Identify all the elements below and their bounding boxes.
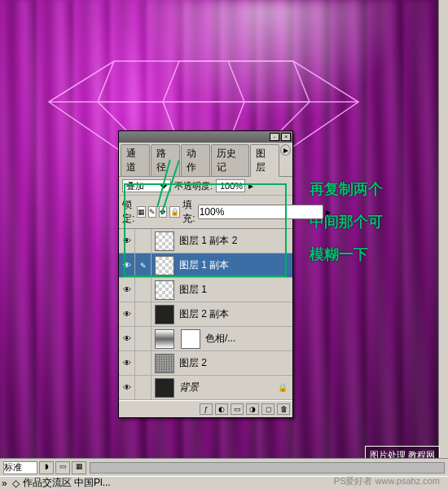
fill-arrow-icon[interactable]: ▸ [326, 206, 331, 218]
layer-thumbnail[interactable] [155, 329, 174, 349]
layer-name[interactable]: 背景 [178, 381, 273, 394]
link-cell[interactable] [135, 229, 152, 253]
fill-input[interactable] [198, 205, 323, 219]
layer-name[interactable]: 图层 1 副本 [178, 258, 292, 272]
vertical-scrollbar[interactable] [438, 0, 448, 458]
visibility-icon[interactable]: 👁 [119, 376, 135, 400]
link-cell[interactable] [135, 376, 152, 400]
annotation-1: 再复制两个 [310, 179, 383, 199]
blend-options-row: 叠加 不透明度: ▸ [119, 177, 292, 196]
layer-name[interactable]: 图层 1 [178, 283, 292, 297]
tab-channels[interactable]: 通道 [121, 144, 150, 176]
tab-actions[interactable]: 动作 [181, 144, 210, 176]
visibility-icon[interactable]: 👁 [119, 351, 135, 376]
layer-row[interactable]: 👁背景🔒 [119, 376, 292, 400]
panel-tabs: 通道 路径 动作 历史记 图层 ▸ [119, 143, 292, 177]
layer-row[interactable]: 👁色相/... [119, 327, 292, 351]
layer-row[interactable]: 👁图层 1 [119, 278, 292, 302]
layer-thumbnail[interactable] [155, 305, 174, 324]
tab-history[interactable]: 历史记 [211, 144, 249, 176]
panel-menu-icon[interactable]: ▸ [280, 144, 291, 156]
status-track[interactable] [90, 462, 445, 474]
layer-mask-icon[interactable]: ◐ [215, 403, 228, 415]
new-set-icon[interactable]: ▭ [231, 403, 244, 415]
zoom-input[interactable] [3, 461, 37, 474]
layer-thumbnail[interactable] [155, 231, 174, 251]
visibility-icon[interactable]: 👁 [119, 278, 135, 302]
link-cell[interactable] [135, 302, 152, 327]
taskbar-doc-icon[interactable]: ◇ [12, 478, 20, 489]
adjustment-layer-icon[interactable]: ◑ [246, 403, 259, 415]
layer-name[interactable]: 图层 1 副本 2 [178, 234, 292, 248]
opacity-input[interactable] [216, 179, 245, 192]
link-cell[interactable]: ✎ [135, 253, 152, 278]
status-btn-2[interactable]: ▭ [55, 461, 70, 474]
link-cell[interactable] [135, 278, 152, 302]
layers-list: 👁图层 1 副本 2👁✎图层 1 副本👁图层 1👁图层 2 副本👁色相/...👁… [119, 229, 292, 400]
tab-layers[interactable]: 图层 [250, 144, 279, 177]
panel-footer: ƒ ◐ ▭ ◑ ◻ 🗑 [119, 400, 292, 417]
opacity-label: 不透明度: [174, 180, 213, 192]
layer-thumbnail[interactable] [155, 256, 174, 275]
lock-pixels-icon[interactable]: ✎ [148, 206, 156, 218]
layer-thumbnail[interactable] [155, 378, 174, 398]
lock-label: 锁定: [122, 198, 134, 226]
layer-row[interactable]: 👁✎图层 1 副本 [119, 253, 292, 278]
visibility-icon[interactable]: 👁 [119, 302, 135, 327]
layer-row[interactable]: 👁图层 2 [119, 351, 292, 376]
annotation-3: 模糊一下 [310, 244, 368, 264]
layer-mask-thumbnail[interactable] [181, 329, 200, 349]
layers-panel: - × 通道 路径 动作 历史记 图层 ▸ 叠加 不透明度: ▸ 锁定: ▦ ✎… [118, 130, 293, 418]
lock-transparency-icon[interactable]: ▦ [137, 206, 146, 218]
visibility-icon[interactable]: 👁 [119, 253, 135, 278]
minimize-icon[interactable]: - [270, 133, 279, 141]
opacity-arrow-icon[interactable]: ▸ [248, 180, 253, 192]
panel-titlebar[interactable]: - × [119, 131, 292, 143]
lock-icon: 🔒 [273, 383, 292, 392]
taskbar-item[interactable]: 作品交流区 中国Pl... [23, 476, 111, 489]
new-layer-icon[interactable]: ◻ [261, 403, 275, 415]
status-btn-1[interactable]: ◗ [39, 461, 54, 474]
lock-all-icon[interactable]: 🔒 [169, 206, 180, 218]
layer-thumbnail[interactable] [155, 280, 174, 300]
visibility-icon[interactable]: 👁 [119, 327, 135, 351]
delete-layer-icon[interactable]: 🗑 [277, 403, 290, 415]
layer-name[interactable]: 图层 2 副本 [178, 307, 292, 321]
status-btn-3[interactable]: ▦ [72, 461, 86, 474]
layer-style-icon[interactable]: ƒ [200, 403, 213, 415]
link-cell[interactable] [135, 327, 152, 351]
taskbar-arrow-icon[interactable]: » [2, 478, 7, 489]
visibility-icon[interactable]: 👁 [119, 229, 135, 253]
status-bar: ◗ ▭ ▦ [0, 458, 448, 476]
link-cell[interactable] [135, 351, 152, 376]
layer-thumbnail[interactable] [155, 354, 174, 373]
layer-name[interactable]: 图层 2 [178, 356, 292, 370]
layer-row[interactable]: 👁图层 1 副本 2 [119, 229, 292, 253]
close-icon[interactable]: × [281, 133, 291, 141]
fill-label: 填充: [182, 198, 195, 226]
lock-options-row: 锁定: ▦ ✎ ✥ 🔒 填充: ▸ [119, 196, 292, 229]
layer-row[interactable]: 👁图层 2 副本 [119, 302, 292, 327]
layer-name[interactable]: 色相/... [204, 332, 292, 346]
watermark-footer: PS爱好者 www.psahz.com [334, 475, 440, 487]
